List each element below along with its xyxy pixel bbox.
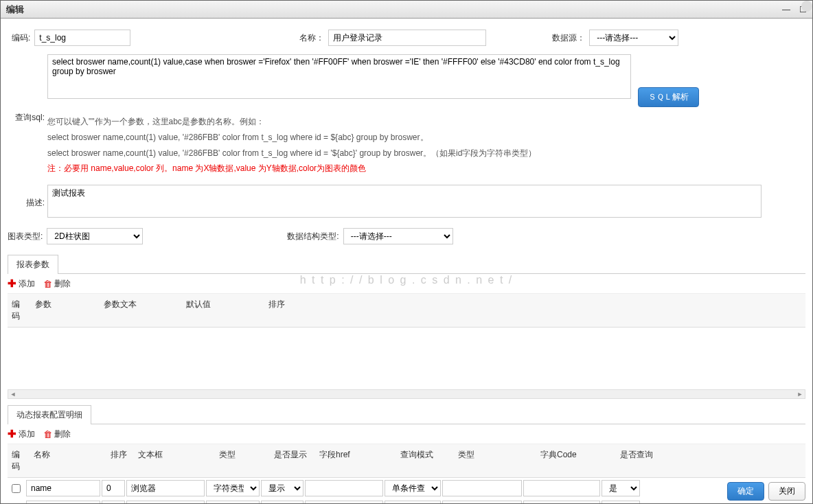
row-querymode-select[interactable]: 单条件查询 — [385, 480, 441, 496]
row-show-select[interactable]: 显示 — [261, 480, 304, 496]
close-button[interactable]: 关闭 — [768, 482, 805, 501]
config-grid-header: 编码 名称 排序 文本框 类型 是否显示 字段href 查询模式 类型 字典Co… — [8, 444, 805, 478]
tab-config-detail[interactable]: 动态报表配置明细 — [8, 405, 91, 424]
row-order-input[interactable] — [102, 501, 125, 503]
table-row: 字符类型 显示 范围查询 是 — [8, 499, 805, 503]
row-checkbox[interactable] — [12, 484, 21, 493]
row-isquery-select[interactable]: 是 — [602, 480, 640, 496]
name-label: 名称： — [295, 32, 328, 44]
row-type2-input[interactable] — [442, 501, 522, 503]
datasource-select[interactable]: ---请选择--- — [589, 30, 678, 46]
sql-textarea[interactable]: select broswer name,count(1) value,case … — [47, 54, 631, 99]
row-querymode-select[interactable]: 范围查询 — [385, 501, 441, 503]
row-order-input[interactable] — [102, 480, 125, 496]
row-type-select[interactable]: 字符类型 — [206, 501, 260, 503]
row-name-input[interactable] — [26, 480, 100, 496]
row-isquery-select[interactable]: 是 — [602, 501, 640, 503]
row-type2-input[interactable] — [442, 480, 522, 496]
trash-icon: 🗑 — [43, 429, 52, 439]
params-add-button[interactable]: ✚ 添加 — [8, 277, 35, 290]
chart-type-label: 图表类型: — [8, 231, 47, 242]
horizontal-scrollbar[interactable]: ◄► — [8, 389, 805, 399]
data-struct-label: 数据结构类型: — [287, 231, 343, 242]
window-title: 编辑 — [6, 3, 782, 16]
datasource-label: 数据源： — [548, 32, 589, 44]
params-delete-button[interactable]: 🗑 删除 — [43, 278, 71, 290]
titlebar: 编辑 — ☐ — [1, 1, 812, 19]
row-type-select[interactable]: 字符类型 — [206, 480, 260, 496]
sql-parse-button[interactable]: ＳＱＬ解析 — [638, 87, 699, 107]
row-href-input[interactable] — [305, 501, 383, 503]
row-name-input[interactable] — [26, 501, 100, 503]
ok-button[interactable]: 确定 — [727, 482, 764, 501]
row-href-input[interactable] — [305, 480, 383, 496]
table-row: 字符类型 显示 单条件查询 是 — [8, 478, 805, 499]
row-text-input[interactable] — [126, 501, 205, 503]
code-input[interactable] — [34, 30, 130, 46]
name-input[interactable] — [328, 30, 486, 46]
row-text-input[interactable] — [126, 480, 205, 496]
row-dict-input[interactable] — [523, 480, 600, 496]
desc-textarea[interactable]: 测试报表 — [47, 185, 762, 218]
sql-label: 查询sql: — [8, 109, 47, 126]
code-label: 编码: — [8, 32, 34, 44]
config-delete-button[interactable]: 🗑 删除 — [43, 428, 71, 440]
data-struct-select[interactable]: ---请选择--- — [343, 228, 453, 244]
config-add-button[interactable]: ✚ 添加 — [8, 428, 35, 440]
desc-label: 描述: — [8, 194, 47, 211]
plus-icon: ✚ — [8, 428, 16, 440]
row-show-select[interactable]: 显示 — [261, 501, 304, 503]
row-dict-input[interactable] — [523, 501, 600, 503]
params-grid-header: 编码 参数 参数文本 默认值 排序 — [8, 294, 805, 328]
sql-hints: 您可以键入""作为一个参数，这里abc是参数的名称。例如： select bro… — [47, 114, 805, 176]
plus-icon: ✚ — [8, 277, 16, 290]
trash-icon: 🗑 — [43, 279, 52, 289]
chart-type-select[interactable]: 2D柱状图 — [47, 228, 143, 244]
tab-report-params[interactable]: 报表参数 — [8, 255, 58, 274]
minimize-button[interactable]: — — [782, 5, 790, 14]
